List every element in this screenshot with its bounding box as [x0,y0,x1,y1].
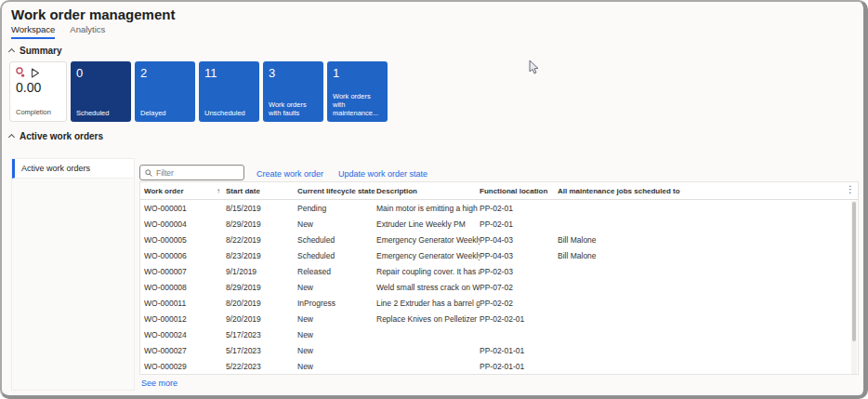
table-row[interactable]: WO-0000129/20/2019NewReplace Knives on P… [140,311,858,326]
cell-description: Emergency Generator Weekly PM [376,235,480,245]
cell-lifecycle-state: New [297,362,376,371]
cell-work-order: WO-000012 [144,314,226,324]
filter-field [139,165,244,180]
search-icon [145,169,152,177]
cell-functional-location: PP-02-01 [480,204,558,213]
cell-start-date: 8/29/2019 [226,219,297,229]
app-window: Work order management WorkspaceAnalytics… [0,0,868,399]
cell-description: Repair coupling cover. It has a d... [376,267,480,276]
cell-lifecycle-state: New [297,219,376,229]
column-header-all-maintenance-jobs-scheduled-to[interactable]: All maintenance jobs scheduled to [558,187,858,195]
completion-tile[interactable]: 0.00 Completion [9,61,67,122]
cell-functional-location: PP-02-01-01 [480,346,558,355]
cell-description: Line 2 Extruder has a barrel guar... [376,299,480,308]
sidebar-item-label: Active work orders [21,164,90,173]
active-work-orders-section-title: Active work orders [20,131,103,141]
cell-description: Weld small stress crack on Wate... [376,283,480,292]
kpi-label: Unscheduled [204,109,254,117]
cell-start-date: 8/29/2019 [226,283,297,292]
tab-workspace[interactable]: Workspace [11,24,55,39]
grid-vertical-scrollbar[interactable] [851,201,857,374]
cell-work-order: WO-000007 [144,267,226,276]
column-header-start-date[interactable]: Start date [226,187,297,195]
table-row[interactable]: WO-0000079/1/2019ReleasedRepair coupling… [140,263,858,279]
cell-lifecycle-state: New [297,330,376,339]
cell-functional-location: PP-04-03 [480,251,558,260]
collapse-active-work-orders-icon[interactable] [8,134,15,140]
cell-work-order: WO-000001 [144,204,226,213]
tab-analytics[interactable]: Analytics [70,24,105,39]
cell-description: Main motor is emitting a high pi... [376,204,480,213]
cell-start-date: 8/22/2019 [226,235,297,245]
table-row[interactable]: WO-0000068/23/2019ScheduledEmergency Gen… [140,247,858,263]
kpi-tile-work-orders-with-maintenance[interactable]: 1Work orders with maintenance... [327,61,388,122]
kpi-label: Work orders with faults [269,100,318,117]
kpi-value: 2 [140,66,190,81]
column-header-label: Functional location [480,187,547,195]
scrollbar-thumb[interactable] [852,202,856,341]
cell-functional-location: PP-02-01 [480,219,558,229]
cell-lifecycle-state: Scheduled [297,235,376,245]
cell-work-order: WO-000008 [144,283,226,292]
filter-input[interactable] [156,168,235,178]
grid-more-options-icon[interactable]: ⋮ [846,185,855,194]
cell-work-order: WO-000027 [144,346,226,355]
cell-start-date: 5/17/2023 [226,330,297,339]
cell-functional-location: PP-07-02 [480,283,558,292]
completion-value: 0.00 [16,80,60,95]
cell-description: Replace Knives on Pelletizer for ... [376,314,480,324]
cell-functional-location: PP-02-02 [480,299,558,308]
cell-start-date: 9/20/2019 [226,314,297,324]
kpi-tile-delayed[interactable]: 2Delayed [135,61,195,122]
table-row[interactable]: WO-0000275/17/2023NewPP-02-01-01 [140,342,858,358]
column-header-work-order[interactable]: Work order↑ [144,187,226,195]
table-row[interactable]: WO-0000295/22/2023NewPP-02-01-01 [140,358,858,374]
kpi-tile-unscheduled[interactable]: 11Unscheduled [199,61,259,122]
cell-start-date: 5/17/2023 [226,346,297,355]
kpi-tile-scheduled[interactable]: 0Scheduled [71,61,131,122]
table-row[interactable]: WO-0000088/29/2019NewWeld small stress c… [140,279,858,295]
summary-section-title: Summary [20,46,62,56]
column-header-functional-location[interactable]: Functional location [480,187,558,195]
summary-tiles: 0.00 Completion 0Scheduled2Delayed11Unsc… [9,61,388,122]
work-orders-grid: Work order↑Start dateCurrent lifecycle s… [139,181,859,375]
table-row[interactable]: WO-0000245/17/2023New [140,326,858,342]
cell-description: Extruder Line Weekly PM [376,219,480,229]
completion-label: Completion [16,108,60,116]
cell-work-order: WO-000024 [144,330,226,339]
active-work-orders-section-header: Active work orders [9,131,103,141]
table-row[interactable]: WO-0000118/20/2019InProgressLine 2 Extru… [140,295,858,311]
kpi-value: 1 [333,66,382,81]
cell-description: Emergency Generator Weekly PM [376,251,480,260]
column-header-current-lifecycle-state[interactable]: Current lifecycle state [297,187,376,195]
cell-lifecycle-state: New [297,314,376,324]
update-work-order-state-link[interactable]: Update work order state [338,169,427,179]
cell-start-date: 8/20/2019 [226,299,297,308]
cell-functional-location: PP-02-02-01 [480,314,558,324]
kpi-tile-work-orders-with-faults[interactable]: 3Work orders with faults [263,61,323,122]
cell-start-date: 5/22/2023 [226,362,297,371]
see-more-link[interactable]: See more [141,379,178,388]
create-work-order-link[interactable]: Create work order [256,169,323,179]
cell-start-date: 8/23/2019 [226,251,297,260]
collapse-summary-icon[interactable] [8,48,15,55]
play-icon[interactable] [31,68,40,78]
toolbar-actions: Create work orderUpdate work order state [256,169,427,179]
kpi-value: 0 [76,66,125,81]
page-title: Work order management [11,7,175,22]
kpi-label: Work orders with maintenance... [333,92,382,117]
column-header-description[interactable]: Description [376,187,480,195]
cell-functional-location: PP-02-03 [480,267,558,276]
cell-work-order: WO-000011 [144,299,226,308]
table-row[interactable]: WO-0000018/15/2019PendingMain motor is e… [140,200,858,216]
cell-functional-location: PP-04-03 [480,235,558,245]
kpi-label: Scheduled [76,109,125,117]
summary-section-header: Summary [9,46,62,56]
cell-scheduled-to: Bill Malone [558,235,858,245]
table-row[interactable]: WO-0000048/29/2019NewExtruder Line Weekl… [140,216,858,232]
tab-bar: WorkspaceAnalytics [11,24,105,39]
sidebar-item-active-work-orders[interactable]: Active work orders [12,159,134,179]
table-row[interactable]: WO-0000058/22/2019ScheduledEmergency Gen… [140,232,858,247]
cell-work-order: WO-000006 [144,251,226,260]
cell-scheduled-to: Bill Malone [558,251,858,260]
